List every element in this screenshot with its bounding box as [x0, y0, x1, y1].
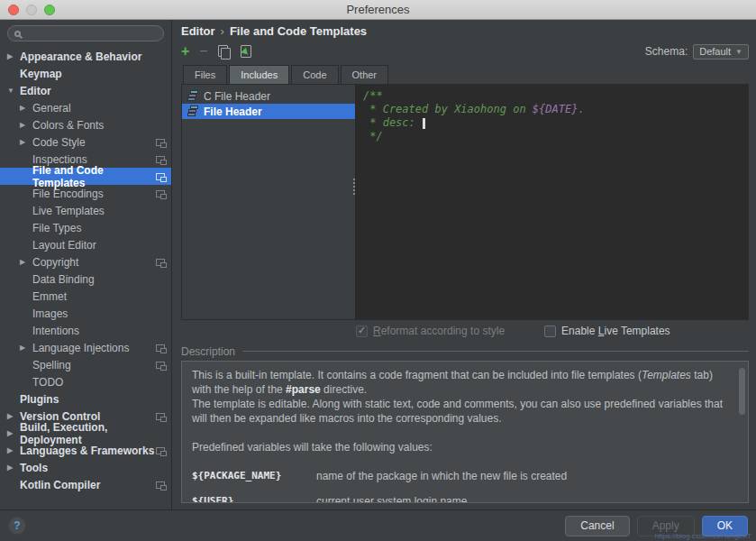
- chevron-right-icon[interactable]: ▶: [7, 463, 20, 472]
- sidebar-item-label: Layout Editor: [32, 239, 96, 252]
- sidebar-item-intentions[interactable]: Intentions: [0, 322, 171, 339]
- settings-sidebar: ▶Appearance & BehaviorKeymap▼Editor▶Gene…: [0, 20, 172, 509]
- reformat-checkbox: Reformat according to style: [356, 325, 505, 337]
- search-area: [0, 20, 171, 46]
- schema-selector: Schema: Default ▼: [645, 44, 749, 60]
- sidebar-item-layout-editor[interactable]: Layout Editor: [0, 236, 171, 253]
- variable-row: ${PACKAGE_NAME}name of the package in wh…: [192, 463, 733, 489]
- sidebar-item-kotlin-compiler[interactable]: Kotlin Compiler: [0, 476, 171, 493]
- sidebar-item-file-and-code-templates[interactable]: File and Code Templates: [0, 168, 171, 185]
- minimize-window-icon[interactable]: [26, 5, 37, 15]
- description-paragraph-1: This is a built-in template. It contains…: [192, 368, 733, 397]
- sidebar-item-images[interactable]: Images: [0, 305, 171, 322]
- description-panel[interactable]: This is a built-in template. It contains…: [181, 361, 749, 503]
- copy-template-icon[interactable]: [218, 45, 231, 59]
- description-text: This is a built-in template. It contains…: [192, 369, 642, 381]
- chevron-down-icon[interactable]: ▼: [7, 87, 20, 95]
- sidebar-item-editor[interactable]: ▼Editor: [0, 82, 171, 99]
- chevron-right-icon[interactable]: ▶: [20, 258, 32, 266]
- app-body: ▶Appearance & BehaviorKeymap▼Editor▶Gene…: [0, 20, 756, 509]
- sidebar-item-label: General: [32, 102, 71, 115]
- sidebar-item-label: Appearance & Behavior: [20, 50, 141, 63]
- chevron-right-icon[interactable]: ▶: [20, 344, 32, 352]
- sidebar-item-label: Images: [32, 307, 68, 320]
- chevron-right-icon[interactable]: ▶: [7, 52, 20, 60]
- tab-code[interactable]: Code: [291, 65, 338, 84]
- schema-dropdown[interactable]: Default ▼: [693, 44, 749, 60]
- zoom-window-icon[interactable]: [44, 5, 55, 15]
- sidebar-item-live-templates[interactable]: Live Templates: [0, 202, 171, 219]
- sidebar-item-languages-frameworks[interactable]: ▶Languages & Frameworks: [0, 442, 171, 459]
- sidebar-item-colors-fonts[interactable]: ▶Colors & Fonts: [0, 116, 171, 133]
- template-item-c-file-header[interactable]: C File Header: [182, 88, 355, 104]
- code-comment: * Created by Xiaohong on: [363, 103, 533, 115]
- add-template-icon[interactable]: +: [181, 45, 189, 58]
- tab-includes[interactable]: Includes: [229, 65, 289, 84]
- sidebar-item-file-types[interactable]: File Types: [0, 219, 171, 236]
- tab-files[interactable]: Files: [183, 65, 227, 84]
- description-bold: #parse: [286, 383, 321, 396]
- template-item-label: File Header: [204, 105, 262, 118]
- sidebar-item-appearance-behavior[interactable]: ▶Appearance & Behavior: [0, 48, 171, 65]
- window-controls: [0, 5, 55, 15]
- sidebar-item-label: Plugins: [20, 393, 59, 406]
- reset-template-icon[interactable]: [241, 45, 251, 58]
- sidebar-item-label: Build, Execution, Deployment: [20, 421, 165, 446]
- sidebar-item-label: Data Binding: [32, 273, 95, 286]
- chevron-right-icon[interactable]: ▶: [20, 121, 32, 129]
- settings-search-box[interactable]: [7, 25, 164, 41]
- variable-name: ${PACKAGE_NAME}: [192, 469, 316, 483]
- sidebar-item-code-style[interactable]: ▶Code Style: [0, 133, 171, 151]
- sidebar-item-general[interactable]: ▶General: [0, 99, 171, 116]
- sidebar-item-build-execution-deployment[interactable]: ▶Build, Execution, Deployment: [0, 425, 171, 442]
- variable-description: name of the package in which the new fil…: [316, 469, 567, 483]
- sidebar-item-todo[interactable]: TODO: [0, 373, 171, 390]
- sidebar-item-keymap[interactable]: Keymap: [0, 65, 171, 82]
- override-indicator-icon: [156, 362, 165, 369]
- label-text: Enable: [561, 325, 598, 337]
- sidebar-item-emmet[interactable]: Emmet: [0, 288, 171, 305]
- override-indicator-icon: [156, 190, 165, 197]
- template-toolbar: + − Schema: Default ▼: [181, 42, 749, 60]
- cancel-button[interactable]: Cancel: [565, 516, 629, 536]
- help-button[interactable]: ?: [8, 517, 26, 535]
- override-indicator-icon: [156, 139, 165, 146]
- chevron-right-icon[interactable]: ▶: [20, 138, 32, 146]
- sidebar-item-label: Copyright: [32, 256, 78, 269]
- sidebar-item-plugins[interactable]: Plugins: [0, 390, 171, 408]
- description-text: directive.: [321, 383, 367, 396]
- enable-live-templates-checkbox[interactable]: Enable Live Templates: [544, 325, 670, 337]
- close-window-icon[interactable]: [8, 5, 19, 15]
- chevron-right-icon[interactable]: ▶: [7, 412, 20, 420]
- dropdown-arrow-icon: ▼: [735, 48, 742, 56]
- sidebar-item-language-injections[interactable]: ▶Language Injections: [0, 339, 171, 356]
- panel-splitter[interactable]: [355, 85, 356, 319]
- sidebar-item-label: Languages & Frameworks: [20, 445, 154, 457]
- code-line: /**: [363, 89, 741, 103]
- sidebar-item-tools[interactable]: ▶Tools: [0, 459, 171, 476]
- sidebar-item-label: Editor: [20, 85, 51, 97]
- checkbox-unchecked-icon: [544, 326, 556, 337]
- settings-main-panel: Editor › File and Code Templates + − Sch…: [172, 20, 756, 509]
- sidebar-item-spelling[interactable]: Spelling: [0, 356, 171, 373]
- search-input[interactable]: [21, 28, 158, 39]
- mnemonic: R: [373, 325, 381, 337]
- template-item-file-header[interactable]: File Header: [182, 104, 355, 119]
- breadcrumb-file-and-code-templates: File and Code Templates: [230, 24, 367, 38]
- chevron-right-icon[interactable]: ▶: [20, 104, 32, 112]
- template-editor[interactable]: /** * Created by Xiaohong on ${DATE}. * …: [356, 85, 748, 319]
- sidebar-item-data-binding[interactable]: Data Binding: [0, 270, 171, 288]
- search-icon: [14, 31, 21, 37]
- chevron-right-icon[interactable]: ▶: [7, 429, 20, 437]
- sidebar-item-label: File Types: [32, 222, 81, 234]
- tab-other[interactable]: Other: [341, 65, 389, 84]
- sidebar-item-label: Language Injections: [32, 342, 129, 354]
- breadcrumb-editor: Editor: [181, 24, 215, 38]
- chevron-right-icon[interactable]: ▶: [7, 446, 20, 454]
- scrollbar-thumb[interactable]: [739, 368, 745, 415]
- description-paragraph-3: Predefined variables will take the follo…: [192, 440, 733, 454]
- sidebar-item-label: Kotlin Compiler: [20, 479, 100, 491]
- sidebar-item-copyright[interactable]: ▶Copyright: [0, 253, 171, 270]
- code-line: */: [363, 130, 741, 143]
- breadcrumb: Editor › File and Code Templates: [181, 20, 749, 42]
